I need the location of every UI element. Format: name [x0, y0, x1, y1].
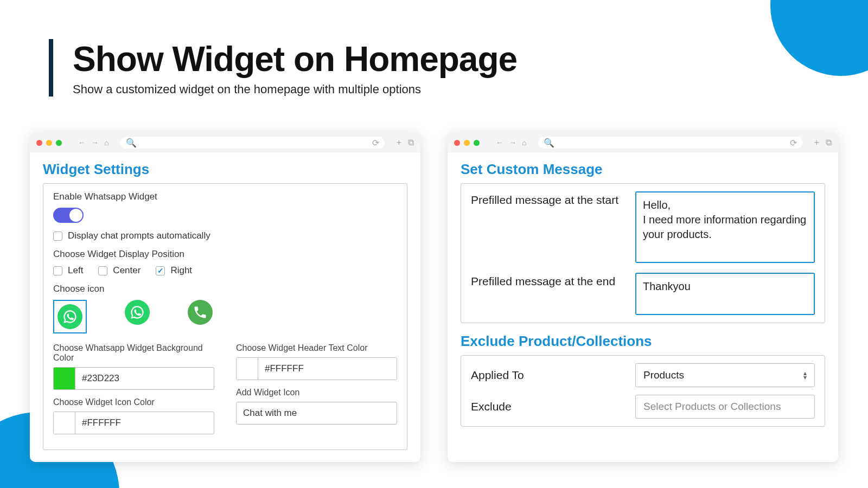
close-icon[interactable] [454, 140, 460, 146]
msg-start-input[interactable] [635, 191, 815, 263]
add-widget-icon-value: Chat with me [243, 408, 297, 419]
back-icon[interactable]: ← [496, 138, 503, 147]
close-icon[interactable] [36, 140, 42, 146]
position-label: Choose Widget Display Position [53, 249, 397, 260]
pos-left-label: Left [68, 265, 83, 276]
exclude-title: Exclude Product/Collections [461, 333, 825, 350]
bg-color-field[interactable]: #23D223 [53, 367, 214, 390]
tabs-icon[interactable]: ⧉ [408, 138, 414, 147]
applied-to-label: Applied To [471, 369, 622, 382]
search-icon: 🔍 [126, 138, 137, 148]
pos-right-checkbox[interactable]: ✓ [156, 266, 165, 275]
add-widget-icon-label: Add Widget Icon [236, 388, 397, 397]
applied-to-value: Products [643, 369, 684, 381]
page-title: Show Widget on Homepage [73, 39, 517, 79]
display-prompts-checkbox[interactable] [53, 232, 62, 241]
bg-color-label: Choose Whatsapp Widget Background Color [53, 343, 214, 363]
address-bar[interactable]: 🔍 ⟳ [120, 137, 384, 149]
custom-message-title: Set Custom Message [461, 161, 825, 178]
choose-icon-label: Choose icon [53, 284, 397, 294]
header-text-color-value[interactable]: #FFFFFF [258, 358, 397, 380]
enable-widget-label: Enable Whatsapp Widget [53, 191, 397, 202]
forward-icon[interactable]: → [91, 138, 99, 147]
reload-icon[interactable]: ⟳ [790, 138, 797, 148]
enable-widget-toggle[interactable] [53, 208, 84, 223]
decor-corner-top [770, 0, 868, 76]
tabs-icon[interactable]: ⧉ [826, 138, 832, 147]
applied-to-select[interactable]: Products ▴▾ [635, 363, 815, 387]
pos-center-label: Center [113, 265, 141, 276]
custom-message-panel: Prefilled message at the start Prefilled… [461, 183, 825, 323]
address-bar[interactable]: 🔍 ⟳ [538, 137, 802, 149]
msg-end-label: Prefilled message at the end [471, 273, 622, 315]
browser-chrome: ← → ⌂ 🔍 ⟳ + ⧉ [448, 133, 838, 152]
traffic-lights [36, 140, 62, 146]
maximize-icon[interactable] [474, 140, 480, 146]
icon-color-field[interactable]: #FFFFFF [53, 412, 214, 434]
minimize-icon[interactable] [46, 140, 52, 146]
window-widget-settings: ← → ⌂ 🔍 ⟳ + ⧉ Widget Settings Enable Wha… [30, 133, 420, 462]
whatsapp-icon [58, 304, 82, 329]
new-tab-icon[interactable]: + [814, 138, 819, 147]
header-text-color-field[interactable]: #FFFFFF [236, 357, 397, 380]
pos-center-checkbox[interactable] [98, 266, 107, 275]
window-custom-message: ← → ⌂ 🔍 ⟳ + ⧉ Set Custom Message Prefill… [448, 133, 838, 462]
pos-left-checkbox[interactable] [53, 266, 62, 275]
exclude-select[interactable]: Select Products or Collections [635, 395, 815, 419]
reload-icon[interactable]: ⟳ [372, 138, 379, 148]
exclude-placeholder: Select Products or Collections [643, 401, 781, 413]
icon-color-swatch[interactable] [54, 412, 75, 434]
widget-settings-panel: Enable Whatsapp Widget Display chat prom… [43, 183, 407, 450]
msg-end-input[interactable] [635, 273, 815, 315]
bg-color-swatch[interactable] [54, 368, 75, 389]
icon-color-value[interactable]: #FFFFFF [75, 412, 214, 434]
browser-chrome: ← → ⌂ 🔍 ⟳ + ⧉ [30, 133, 420, 152]
bg-color-value[interactable]: #23D223 [75, 368, 214, 389]
exclude-panel: Applied To Products ▴▾ Exclude Select Pr… [461, 355, 825, 427]
forward-icon[interactable]: → [509, 138, 516, 147]
display-prompts-label: Display chat prompts automatically [68, 230, 210, 241]
exclude-label: Exclude [471, 400, 622, 413]
chevron-updown-icon: ▴▾ [803, 371, 807, 380]
widget-settings-title: Widget Settings [43, 161, 407, 178]
page-subtitle: Show a customized widget on the homepage… [73, 82, 517, 97]
header-text-color-label: Choose Widget Header Text Color [236, 343, 397, 353]
minimize-icon[interactable] [464, 140, 470, 146]
back-icon[interactable]: ← [78, 138, 86, 147]
header-text-color-swatch[interactable] [237, 358, 258, 380]
icon-color-label: Choose Widget Icon Color [53, 397, 214, 407]
traffic-lights [454, 140, 480, 146]
new-tab-icon[interactable]: + [397, 138, 401, 147]
add-widget-icon-input[interactable]: Chat with me [236, 402, 397, 425]
home-icon[interactable]: ⌂ [104, 138, 108, 147]
maximize-icon[interactable] [56, 140, 62, 146]
icon-option-1[interactable] [53, 300, 87, 333]
icon-option-2[interactable] [125, 300, 150, 325]
icon-option-3[interactable] [188, 300, 213, 325]
search-icon: 🔍 [544, 138, 554, 148]
home-icon[interactable]: ⌂ [522, 138, 526, 147]
pos-right-label: Right [170, 265, 192, 276]
msg-start-label: Prefilled message at the start [471, 191, 622, 263]
page-header: Show Widget on Homepage Show a customize… [49, 39, 517, 97]
